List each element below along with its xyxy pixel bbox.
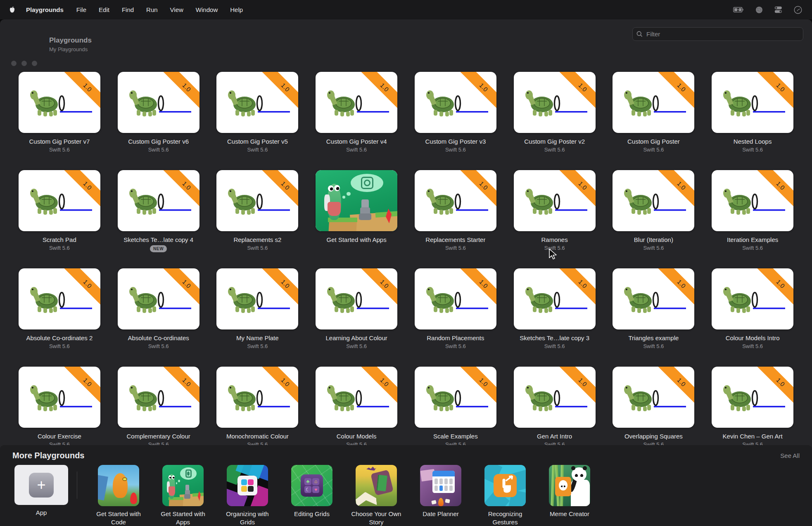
playground-item-my-name-plate[interactable]: 1.0My Name PlateSwift 5.6 — [208, 268, 307, 367]
playground-thumbnail[interactable]: 1.0 — [216, 72, 298, 133]
playground-item-random-placements[interactable]: 1.0Random PlacementsSwift 5.6 — [406, 268, 505, 367]
moon-icon[interactable] — [755, 6, 763, 14]
playground-thumbnail[interactable]: 1.0 — [118, 72, 199, 133]
playground-item-replacements-starter[interactable]: 1.0Replacements StarterSwift 5.6 — [406, 170, 505, 268]
menu-item-run[interactable]: Run — [140, 6, 164, 13]
playground-item-blur-iteration[interactable]: 1.0Blur (Iteration)Swift 5.6 — [604, 170, 703, 268]
playground-item-colour-models-intro[interactable]: 1.0Colour Models IntroSwift 5.6 — [703, 268, 802, 367]
get-started-with-code-icon[interactable] — [98, 465, 139, 506]
playground-item-nested-loops[interactable]: 1.0Nested LoopsSwift 5.6 — [703, 72, 802, 170]
filter-input[interactable] — [646, 30, 799, 38]
playground-thumbnail[interactable]: 1.0 — [19, 170, 100, 231]
battery-charging-icon[interactable] — [733, 7, 744, 12]
playground-item-scratch-pad[interactable]: 1.0Scratch PadSwift 5.6 — [10, 170, 109, 268]
playground-thumbnail[interactable]: 1.0 — [514, 367, 596, 428]
menu-item-playgrounds[interactable]: Playgrounds — [19, 6, 70, 13]
choose-your-own-story-icon[interactable] — [356, 465, 397, 506]
playground-item-custom-gig-poster-v3[interactable]: 1.0Custom Gig Poster v3Swift 5.6 — [406, 72, 505, 170]
clock-icon[interactable] — [794, 6, 802, 14]
more-item-meme-creator[interactable]: Meme Creator — [537, 465, 602, 518]
playground-item-custom-gig-poster-v5[interactable]: 1.0Custom Gig Poster v5Swift 5.6 — [208, 72, 307, 170]
menu-item-view[interactable]: View — [164, 6, 190, 13]
playground-item-replacements-s2[interactable]: 1.0Replacements s2Swift 5.6 — [208, 170, 307, 268]
playground-thumbnail[interactable]: 1.0 — [316, 367, 397, 428]
zoom-button[interactable] — [32, 61, 37, 66]
more-item-get-started-with-code[interactable]: Get Started with Code — [86, 465, 151, 526]
playground-thumbnail[interactable]: 1.0 — [216, 268, 298, 329]
turtle-pen-graphic — [224, 86, 291, 118]
playground-title: Scratch Pad — [43, 236, 76, 243]
playground-thumbnail[interactable]: 1.0 — [514, 268, 596, 329]
playground-thumbnail[interactable]: 1.0 — [216, 170, 298, 231]
playground-thumbnail[interactable]: 1.0 — [415, 170, 496, 231]
playground-thumbnail[interactable]: 1.0 — [613, 72, 694, 133]
playground-item-custom-gig-poster-v6[interactable]: 1.0Custom Gig Poster v6Swift 5.6 — [109, 72, 208, 170]
playground-thumbnail[interactable]: 1.0 — [19, 367, 100, 428]
playground-title: Colour Models — [337, 433, 377, 440]
playground-thumbnail[interactable]: 1.0 — [514, 170, 596, 231]
playground-item-ramones[interactable]: 1.0RamonesSwift 5.6 — [505, 170, 604, 268]
more-item-app[interactable]: +App — [12, 465, 70, 517]
playground-thumbnail[interactable]: 1.0 — [613, 170, 694, 231]
playground-thumbnail[interactable]: 1.0 — [712, 72, 793, 133]
playground-thumbnail[interactable]: 1.0 — [613, 268, 694, 329]
more-item-choose-your-own-story[interactable]: Choose Your Own Story — [344, 465, 408, 526]
see-all-link[interactable]: See All — [780, 452, 800, 459]
date-planner-icon[interactable] — [420, 465, 461, 506]
filter-field[interactable] — [632, 27, 803, 41]
close-button[interactable] — [11, 61, 17, 66]
playground-subtitle: Swift 5.6 — [643, 245, 664, 251]
playground-item-iteration-examples[interactable]: 1.0Iteration ExamplesSwift 5.6 — [703, 170, 802, 268]
playground-thumbnail[interactable]: 1.0 — [415, 268, 496, 329]
editing-grids-icon[interactable]: ♣⌂☾♥ — [291, 465, 332, 506]
playground-item-custom-gig-poster[interactable]: 1.0Custom Gig PosterSwift 5.6 — [604, 72, 703, 170]
more-item-date-planner[interactable]: Date Planner — [408, 465, 473, 518]
new-app-card[interactable]: + — [14, 465, 68, 505]
playground-item-sketches-te-late-copy-3[interactable]: 1.0Sketches Te…late copy 3Swift 5.6 — [505, 268, 604, 367]
playground-subtitle: Swift 5.6 — [544, 343, 565, 349]
playground-thumbnail[interactable]: 1.0 — [19, 72, 100, 133]
playground-thumbnail[interactable]: 1.0 — [316, 72, 397, 133]
playground-item-absolute-co-ordinates-2[interactable]: 1.0Absolute Co-ordinates 2Swift 5.6 — [10, 268, 109, 367]
playground-thumbnail[interactable]: 1.0 — [712, 170, 793, 231]
meme-creator-icon[interactable] — [549, 465, 590, 506]
playground-item-get-started-with-apps[interactable]: Get Started with Apps — [307, 170, 406, 268]
playground-thumbnail[interactable]: 1.0 — [613, 367, 694, 428]
menu-item-edit[interactable]: Edit — [93, 6, 116, 13]
menu-item-help[interactable]: Help — [224, 6, 249, 13]
playground-thumbnail[interactable]: 1.0 — [712, 367, 793, 428]
playground-item-custom-gig-poster-v2[interactable]: 1.0Custom Gig Poster v2Swift 5.6 — [505, 72, 604, 170]
playground-thumbnail[interactable]: 1.0 — [415, 367, 496, 428]
playground-thumbnail[interactable]: 1.0 — [514, 72, 596, 133]
playground-item-triangles-example[interactable]: 1.0Triangles exampleSwift 5.6 — [604, 268, 703, 367]
get-started-with-apps-icon[interactable] — [162, 465, 204, 506]
playground-title: Sketches Te…late copy 4 — [123, 236, 193, 243]
playground-thumbnail[interactable]: 1.0 — [316, 268, 397, 329]
more-playgrounds-panel: More Playgrounds See All +AppGet Started… — [0, 445, 812, 526]
playground-thumbnail[interactable] — [316, 170, 397, 231]
playground-item-sketches-te-late-copy-4[interactable]: 1.0Sketches Te…late copy 4NEW — [109, 170, 208, 268]
playground-item-custom-gig-poster-v7[interactable]: 1.0Custom Gig Poster v7Swift 5.6 — [10, 72, 109, 170]
menu-item-find[interactable]: Find — [116, 6, 140, 13]
organizing-with-grids-icon[interactable] — [227, 465, 268, 506]
playground-thumbnail[interactable]: 1.0 — [712, 268, 793, 329]
recognizing-gestures-icon[interactable] — [484, 465, 526, 506]
apple-menu[interactable] — [0, 6, 19, 14]
control-center-icon[interactable] — [774, 6, 782, 13]
more-item-organizing-with-grids[interactable]: Organizing with Grids — [215, 465, 280, 526]
more-item-get-started-with-apps[interactable]: Get Started with Apps — [151, 465, 215, 526]
playground-thumbnail[interactable]: 1.0 — [19, 268, 100, 329]
minimize-button[interactable] — [21, 61, 27, 66]
more-item-recognizing-gestures[interactable]: Recognizing Gestures — [473, 465, 537, 526]
playground-item-learning-about-colour[interactable]: 1.0Learning About ColourSwift 5.6 — [307, 268, 406, 367]
playground-item-absolute-co-ordinates[interactable]: 1.0Absolute Co-ordinatesSwift 5.6 — [109, 268, 208, 367]
playground-thumbnail[interactable]: 1.0 — [118, 170, 199, 231]
playground-thumbnail[interactable]: 1.0 — [216, 367, 298, 428]
menu-item-file[interactable]: File — [70, 6, 93, 13]
playground-item-custom-gig-poster-v4[interactable]: 1.0Custom Gig Poster v4Swift 5.6 — [307, 72, 406, 170]
playground-thumbnail[interactable]: 1.0 — [415, 72, 496, 133]
playground-thumbnail[interactable]: 1.0 — [118, 367, 199, 428]
menu-item-window[interactable]: Window — [190, 6, 224, 13]
more-item-editing-grids[interactable]: ♣⌂☾♥Editing Grids — [280, 465, 344, 518]
playground-thumbnail[interactable]: 1.0 — [118, 268, 199, 329]
